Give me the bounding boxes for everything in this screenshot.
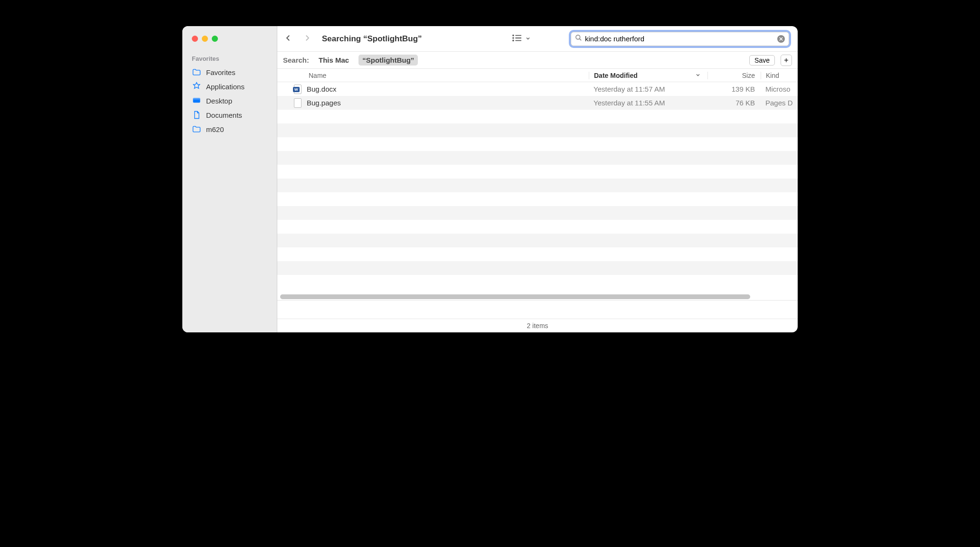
sidebar-item-label: m620 [206, 125, 224, 133]
file-date: Yesterday at 11:57 AM [589, 85, 707, 93]
svg-line-9 [579, 38, 581, 40]
file-size: 76 KB [707, 99, 761, 107]
scope-current-folder[interactable]: “SpotlightBug” [358, 55, 418, 66]
empty-row [277, 179, 798, 192]
pages-file-icon [293, 98, 302, 108]
sidebar-item-label: Applications [206, 83, 245, 91]
empty-row [277, 151, 798, 165]
back-button[interactable] [284, 34, 292, 44]
finder-window: Favorites Favorites Applications Desktop… [182, 26, 798, 332]
file-kind: Microso [761, 85, 798, 93]
column-date-modified[interactable]: Date Modified [589, 72, 707, 79]
svg-point-6 [513, 40, 514, 41]
file-size: 139 KB [707, 85, 761, 93]
empty-row [277, 165, 798, 179]
view-options-button[interactable] [512, 34, 531, 44]
search-icon [575, 34, 582, 43]
scope-label: Search: [283, 56, 309, 64]
folder-icon [192, 67, 201, 77]
folder-icon [192, 124, 201, 134]
empty-row [277, 192, 798, 206]
docx-file-icon [293, 84, 302, 94]
svg-point-2 [513, 35, 514, 36]
svg-point-8 [576, 35, 580, 39]
column-name[interactable]: Name [277, 72, 589, 79]
column-kind[interactable]: Kind [761, 72, 798, 79]
file-name: Bug.pages [307, 99, 341, 107]
empty-row [277, 261, 798, 275]
column-date-label: Date Modified [594, 72, 638, 79]
empty-row [277, 123, 798, 137]
sidebar-item-favorites[interactable]: Favorites [189, 65, 270, 79]
sidebar-item-m620[interactable]: m620 [189, 122, 270, 136]
file-row[interactable]: Bug.docx Yesterday at 11:57 AM 139 KB Mi… [277, 82, 798, 96]
file-row[interactable]: Bug.pages Yesterday at 11:55 AM 76 KB Pa… [277, 96, 798, 110]
sidebar: Favorites Favorites Applications Desktop… [182, 26, 277, 332]
search-scope-bar: Search: This Mac “SpotlightBug” Save + [277, 52, 798, 69]
add-criteria-button[interactable]: + [781, 55, 792, 66]
save-search-button[interactable]: Save [749, 55, 775, 66]
window-title: Searching “SpotlightBug” [322, 34, 422, 44]
empty-row [277, 220, 798, 234]
file-date: Yesterday at 11:55 AM [589, 99, 707, 107]
desktop-icon [192, 96, 201, 105]
svg-point-4 [513, 38, 514, 38]
sidebar-section-label: Favorites [189, 55, 270, 62]
app-icon [192, 82, 201, 91]
clear-search-button[interactable] [777, 35, 785, 43]
column-headers: Name Date Modified Size Kind [277, 69, 798, 82]
svg-rect-1 [193, 98, 200, 99]
status-bar: 2 items [277, 319, 798, 332]
sidebar-item-applications[interactable]: Applications [189, 79, 270, 94]
document-icon [192, 110, 201, 120]
empty-row [277, 206, 798, 220]
sidebar-item-label: Documents [206, 111, 242, 119]
close-button[interactable] [192, 36, 198, 42]
window-controls [192, 36, 270, 42]
minimize-button[interactable] [202, 36, 208, 42]
file-kind: Pages D [761, 99, 798, 107]
horizontal-scrollbar[interactable] [280, 294, 795, 300]
sidebar-item-label: Desktop [206, 97, 232, 105]
sidebar-item-documents[interactable]: Documents [189, 108, 270, 122]
results-list: Bug.docx Yesterday at 11:57 AM 139 KB Mi… [277, 82, 798, 300]
sidebar-item-desktop[interactable]: Desktop [189, 94, 270, 108]
forward-button[interactable] [303, 34, 311, 44]
search-input[interactable] [585, 35, 777, 43]
sort-indicator-icon [695, 72, 701, 79]
file-name: Bug.docx [307, 85, 337, 93]
sidebar-item-label: Favorites [206, 68, 236, 76]
toolbar: Searching “SpotlightBug” [277, 26, 798, 52]
main-area: Searching “SpotlightBug” [277, 26, 798, 332]
search-field[interactable] [571, 32, 789, 46]
chevron-down-icon [525, 35, 531, 43]
column-size[interactable]: Size [707, 72, 761, 79]
zoom-button[interactable] [212, 36, 218, 42]
empty-row [277, 110, 798, 123]
scope-this-mac[interactable]: This Mac [315, 55, 353, 66]
empty-row [277, 234, 798, 247]
path-bar [277, 300, 798, 319]
list-view-icon [512, 34, 522, 44]
empty-row [277, 247, 798, 261]
empty-row [277, 137, 798, 151]
